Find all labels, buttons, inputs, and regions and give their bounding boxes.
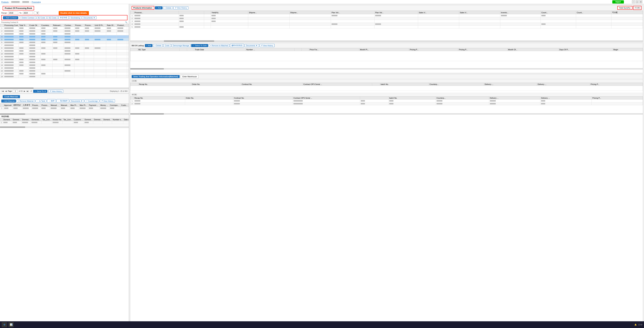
table-row[interactable]: 11 [0, 55, 129, 58]
bill-delete-btn[interactable]: × Delete [153, 44, 163, 47]
heyang-btn[interactable]: → 核样 [47, 99, 56, 103]
prev-page-btn[interactable]: ◀ [5, 90, 7, 92]
taskbar-icon-1[interactable]: ⚙ [2, 322, 7, 327]
documents-btn[interactable]: Documents ▼ [82, 16, 96, 19]
notif-bell-icon[interactable]: 🔔 [634, 324, 637, 326]
table-row[interactable]: 17 [0, 72, 129, 75]
range-select[interactable] [34, 11, 39, 14]
table-row[interactable]: 15 [0, 67, 129, 69]
bill-table-row[interactable] [130, 51, 643, 61]
view-history-main-btn[interactable]: ↺ View History [48, 90, 63, 93]
prod-del-icon: × [164, 7, 166, 9]
table-row[interactable]: 1 [0, 27, 129, 30]
documents-crude-btn[interactable]: Documents ▼ [70, 99, 84, 102]
doc-crude-icon: ▼ [81, 100, 83, 102]
costs-btn[interactable]: Costs [163, 44, 171, 47]
table-row[interactable]: 9 [0, 49, 129, 52]
close-btn[interactable]: ✕ [639, 0, 642, 3]
sub-col-6: Invoice No. [52, 118, 62, 121]
refresh-btn[interactable]: ↺ [30, 90, 32, 92]
stocktaking-btn[interactable]: Stocktaking [69, 16, 82, 19]
unmatched-table-row[interactable]: 1 [130, 99, 643, 102]
table-row[interactable]: 2 [0, 30, 129, 32]
sales-trading-title-btn[interactable]: Seles Trading And Operation Information(… [132, 75, 180, 78]
unmatched-table-row[interactable]: 2 [130, 102, 643, 105]
bill-scroll-h[interactable] [130, 68, 643, 69]
bill-add-btn[interactable]: + Add [145, 44, 152, 47]
last-page-btn[interactable]: ▶| [26, 90, 29, 92]
first-page-btn[interactable]: |◀ [1, 90, 4, 92]
view-history-crude-btn[interactable]: ↺ View History [100, 99, 115, 102]
crude-table-row[interactable]: 1 [0, 107, 129, 110]
remove-material-btn[interactable]: × Remove Material [16, 99, 35, 102]
demurrage-btn[interactable]: Demurrage Manage [172, 44, 191, 47]
range-to-input[interactable] [23, 11, 33, 14]
enter-warehouse-btn[interactable]: Enter Warehouse [180, 75, 198, 78]
delete-contract-btn[interactable]: × Delete Contract [19, 16, 36, 19]
products-add-btn[interactable]: + Add [155, 6, 162, 9]
sg-costs-btn[interactable]: SG Costs [47, 16, 58, 19]
remove-matched-btn[interactable]: × Remove to Matched [209, 44, 230, 47]
taskbar: ⚙ 📊 🔔 12:00 [0, 321, 644, 328]
products-scroll-h[interactable] [130, 40, 643, 42]
in-tank-btn[interactable]: → In Tank [36, 99, 46, 102]
matched-table: Recap No. Order No. Contract No. Contrac… [130, 83, 643, 91]
documents-bill-btn[interactable]: Documents ▼ [244, 44, 259, 47]
main-scroll-h[interactable] [0, 87, 129, 89]
add-material-btn[interactable]: + Add Material [1, 99, 16, 102]
products-delete-btn[interactable]: × Delete [163, 6, 173, 9]
table-row[interactable]: 4 [0, 35, 129, 38]
sub-table-row[interactable]: 1 [0, 121, 129, 124]
bj-costs-btn[interactable]: BJ Costs [36, 16, 46, 19]
maximize-btn[interactable]: □ [636, 0, 639, 3]
send-to-btn[interactable]: → Send To ▼ [33, 90, 47, 93]
page-number-input[interactable] [13, 90, 18, 92]
nav-link-processing[interactable]: Processing [32, 1, 40, 3]
table-row[interactable]: 3 [0, 32, 129, 35]
sub-col-9: Domest... [84, 118, 93, 121]
table-row[interactable]: 5 [0, 38, 129, 41]
crude-scroll-h[interactable] [0, 113, 129, 115]
table-row[interactable]: 6 [0, 41, 129, 44]
countersign-label: Countersign [88, 100, 98, 102]
products-table-row[interactable]: 3 [130, 20, 643, 23]
quliao-btn[interactable]: 趣料对应情况 [230, 44, 244, 47]
table-row[interactable]: 7 [0, 44, 129, 47]
pt-col-salesv1: Sales V... [418, 11, 459, 14]
table-row[interactable]: 16 [0, 69, 129, 72]
nav-link-products[interactable]: Products [1, 1, 8, 3]
win-controls: － □ ✕ [632, 0, 642, 3]
buzheng-btn[interactable]: 补证补税 [58, 16, 68, 19]
pt-col-canfenpei: 可分配 [612, 11, 643, 14]
select-to-sale-btn[interactable]: → Select To Sale [191, 44, 208, 47]
table-row[interactable]: 8 [0, 47, 129, 49]
countersign-btn[interactable]: ✓ Countersign [85, 99, 99, 102]
products-table-row[interactable]: 4 [130, 23, 643, 26]
search-icon[interactable]: 🔍 [125, 21, 128, 23]
table-row[interactable]: 12 [0, 58, 129, 61]
view-history-crude-label: View History [103, 100, 114, 102]
crude-col-maxpr1: Max Pr... [70, 103, 79, 107]
unmatched-scroll-h[interactable] [130, 113, 643, 115]
sub-scroll-h[interactable] [0, 126, 129, 128]
taskbar-icon-2[interactable]: 📊 [8, 322, 14, 327]
view-history-bill-btn[interactable]: ↺ View History [260, 44, 274, 47]
products-table-row[interactable]: 5 [130, 26, 643, 28]
minimize-btn[interactable]: － [632, 0, 635, 3]
quxiao-btn[interactable]: → 取消核样 [56, 99, 69, 103]
countersign-icon: ✓ [86, 100, 88, 102]
products-table-row[interactable]: 1 [130, 14, 643, 17]
table-row[interactable]: 18 [0, 75, 129, 78]
add-contract-btn[interactable]: + Add Contract [3, 16, 18, 19]
heyang-icon: → [48, 100, 50, 102]
matched-table-row[interactable] [130, 86, 643, 91]
table-row[interactable]: 13 [0, 61, 129, 64]
table-row[interactable]: 10 [0, 52, 129, 55]
next-page-btn[interactable]: ▶ [24, 90, 26, 92]
nav-sep-2: › [21, 1, 21, 3]
table-row[interactable]: 14 [0, 64, 129, 67]
products-table-row[interactable]: 2 [130, 17, 643, 20]
col-relevant: Relevant... [52, 24, 64, 27]
range-from-input[interactable] [8, 11, 18, 14]
products-view-history-btn[interactable]: ↺ View History [174, 6, 188, 9]
